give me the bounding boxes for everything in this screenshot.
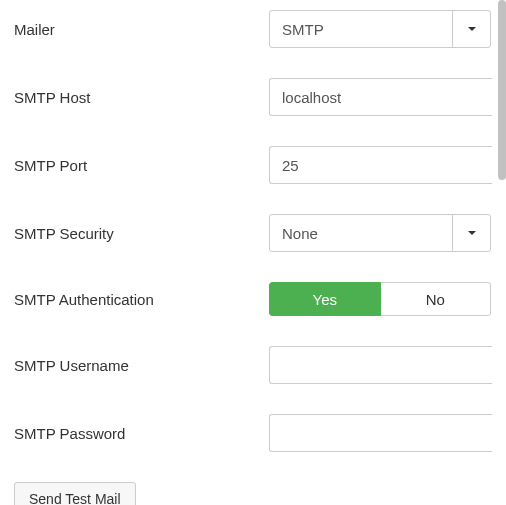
smtp-security-select-value: None — [282, 225, 318, 242]
row-smtp-port: SMTP Port — [14, 146, 492, 184]
control-smtp-security: None — [269, 214, 492, 252]
chevron-down-icon — [452, 11, 490, 47]
label-smtp-auth: SMTP Authentication — [14, 291, 269, 308]
control-smtp-auth: Yes No — [269, 282, 492, 316]
row-smtp-security: SMTP Security None — [14, 214, 492, 252]
control-mailer: SMTP — [269, 10, 492, 48]
smtp-auth-yes-button[interactable]: Yes — [269, 282, 381, 316]
scrollbar-thumb[interactable] — [498, 0, 506, 180]
send-test-mail-button[interactable]: Send Test Mail — [14, 482, 136, 505]
label-smtp-port: SMTP Port — [14, 157, 269, 174]
scrollbar-track — [498, 0, 506, 505]
smtp-username-input[interactable] — [269, 346, 492, 384]
row-smtp-password: SMTP Password — [14, 414, 492, 452]
smtp-auth-no-button[interactable]: No — [381, 282, 492, 316]
row-smtp-username: SMTP Username — [14, 346, 492, 384]
label-smtp-password: SMTP Password — [14, 425, 269, 442]
label-smtp-host: SMTP Host — [14, 89, 269, 106]
control-smtp-host — [269, 78, 492, 116]
smtp-password-input[interactable] — [269, 414, 492, 452]
mail-settings-form: Mailer SMTP SMTP Host SMTP Port SMTP — [0, 0, 506, 505]
control-smtp-password — [269, 414, 492, 452]
mailer-select[interactable]: SMTP — [269, 10, 491, 48]
mailer-select-value: SMTP — [282, 21, 324, 38]
smtp-host-input[interactable] — [269, 78, 492, 116]
smtp-security-select[interactable]: None — [269, 214, 491, 252]
smtp-security-select-wrap: None — [269, 214, 491, 252]
row-actions: Send Test Mail — [14, 482, 492, 505]
label-smtp-username: SMTP Username — [14, 357, 269, 374]
mailer-select-wrap: SMTP — [269, 10, 491, 48]
smtp-auth-toggle: Yes No — [269, 282, 491, 316]
row-mailer: Mailer SMTP — [14, 10, 492, 48]
label-mailer: Mailer — [14, 21, 269, 38]
control-smtp-port — [269, 146, 492, 184]
row-smtp-auth: SMTP Authentication Yes No — [14, 282, 492, 316]
chevron-down-icon — [452, 215, 490, 251]
row-smtp-host: SMTP Host — [14, 78, 492, 116]
control-smtp-username — [269, 346, 492, 384]
label-smtp-security: SMTP Security — [14, 225, 269, 242]
smtp-port-input[interactable] — [269, 146, 492, 184]
